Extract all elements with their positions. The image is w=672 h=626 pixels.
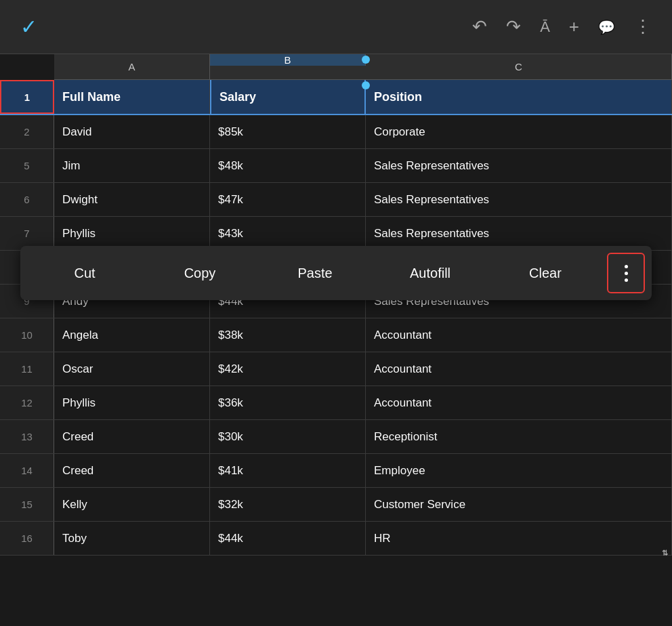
more-options-button[interactable] [607, 253, 645, 293]
cell-salary-10[interactable]: $38k [210, 318, 366, 352]
row-num-10: 10 [0, 318, 54, 352]
row-num-14: 14 [0, 454, 54, 487]
cell-position-2[interactable]: Corporate [366, 115, 672, 148]
table-row: 16 Toby $44k HR [0, 522, 672, 556]
clear-button[interactable]: Clear [488, 246, 603, 300]
paste-button[interactable]: Paste [257, 246, 373, 300]
comment-icon[interactable]: 💬 [598, 19, 615, 35]
cell-salary-15[interactable]: $32k [210, 488, 366, 521]
cell-name-12[interactable]: Phyllis [54, 386, 210, 419]
redo-icon[interactable]: ↷ [506, 16, 521, 37]
cell-position-12[interactable]: Accountant [366, 386, 672, 419]
add-icon[interactable]: + [569, 16, 579, 37]
resize-handle-bottom[interactable] [362, 81, 370, 89]
cell-salary-11[interactable]: $42k [210, 352, 366, 385]
cell-position-7[interactable]: Sales Representatives [366, 217, 672, 250]
cell-position-6[interactable]: Sales Representatives [366, 183, 672, 216]
table-row: 12 Phyllis $36k Accountant [0, 386, 672, 420]
row-num-12: 12 [0, 386, 54, 419]
context-menu: Cut Copy Paste Autofill Clear [20, 246, 652, 300]
table-row: 11 Oscar $42k Accountant [0, 352, 672, 386]
row-num-5: 5 [0, 149, 54, 182]
cell-name-10[interactable]: Angela [54, 318, 210, 352]
more-icon[interactable]: ⋮ [634, 16, 652, 37]
row-num-1[interactable]: 1 ⇅ [0, 80, 54, 114]
cell-name-2[interactable]: David [54, 115, 210, 148]
cell-salary-6[interactable]: $47k [210, 183, 366, 216]
cell-position-15[interactable]: Customer Service [366, 488, 672, 521]
table-row: 5 Jim $48k Sales Representatives [0, 149, 672, 183]
spreadsheet: A B C 1 ⇅ Full Name Salary Position 2 Da… [0, 54, 672, 626]
table-row: 15 Kelly $32k Customer Service [0, 488, 672, 522]
cell-name-6[interactable]: Dwight [54, 183, 210, 216]
header-cell-salary[interactable]: Salary [210, 80, 366, 114]
row-num-7: 7 [0, 217, 54, 250]
cell-salary-5[interactable]: $48k [210, 149, 366, 182]
autofill-button[interactable]: Autofill [373, 246, 488, 300]
sort-icon: ⇅ [662, 549, 668, 558]
table-row: 2 David $85k Corporate [0, 115, 672, 149]
cell-name-14[interactable]: Creed [54, 454, 210, 487]
table-area: 1 ⇅ Full Name Salary Position 2 David $8… [0, 80, 672, 556]
copy-button[interactable]: Copy [142, 246, 257, 300]
cell-position-14[interactable]: Employee [366, 454, 672, 487]
col-header-b[interactable]: B [210, 54, 366, 66]
cell-position-16[interactable]: HR [366, 522, 672, 555]
table-row: 14 Creed $41k Employee [0, 454, 672, 488]
toolbar: ✓ ↶ ↷ Ā + 💬 ⋮ [0, 0, 672, 54]
cut-button[interactable]: Cut [27, 246, 142, 300]
col-header-a[interactable]: A [54, 54, 210, 79]
table-row: 10 Angela $38k Accountant [0, 318, 672, 352]
row-num-2: 2 [0, 115, 54, 148]
header-row: 1 ⇅ Full Name Salary Position [0, 80, 672, 115]
cell-salary-12[interactable]: $36k [210, 386, 366, 419]
cell-name-13[interactable]: Creed [54, 420, 210, 453]
column-headers: A B C [54, 54, 672, 80]
cell-position-11[interactable]: Accountant [366, 352, 672, 385]
cell-position-13[interactable]: Receptionist [366, 420, 672, 453]
cell-salary-16[interactable]: $44k [210, 522, 366, 555]
cell-name-5[interactable]: Jim [54, 149, 210, 182]
row-num-13: 13 [0, 420, 54, 453]
resize-handle-top[interactable] [362, 56, 370, 64]
cell-name-7[interactable]: Phyllis [54, 217, 210, 250]
cell-position-10[interactable]: Accountant [366, 318, 672, 352]
table-row: 6 Dwight $47k Sales Representatives [0, 183, 672, 217]
cell-name-15[interactable]: Kelly [54, 488, 210, 521]
cell-name-11[interactable]: Oscar [54, 352, 210, 385]
table-row: 13 Creed $30k Receptionist [0, 420, 672, 454]
row-num-16: 16 [0, 522, 54, 555]
cell-salary-13[interactable]: $30k [210, 420, 366, 453]
cell-salary-7[interactable]: $43k [210, 217, 366, 250]
row-num-6: 6 [0, 183, 54, 216]
undo-icon[interactable]: ↶ [472, 16, 487, 37]
header-cell-position[interactable]: Position [366, 80, 672, 114]
cell-position-5[interactable]: Sales Representatives [366, 149, 672, 182]
three-dots-icon [625, 265, 628, 282]
cell-salary-14[interactable]: $41k [210, 454, 366, 487]
row-num-15: 15 [0, 488, 54, 521]
col-header-c[interactable]: C [366, 54, 672, 79]
row-num-11: 11 [0, 352, 54, 385]
header-cell-name[interactable]: Full Name [54, 80, 210, 114]
confirm-icon[interactable]: ✓ [20, 15, 37, 39]
cell-salary-2[interactable]: $85k [210, 115, 366, 148]
format-icon[interactable]: Ā [540, 18, 550, 36]
cell-name-16[interactable]: Toby [54, 522, 210, 555]
